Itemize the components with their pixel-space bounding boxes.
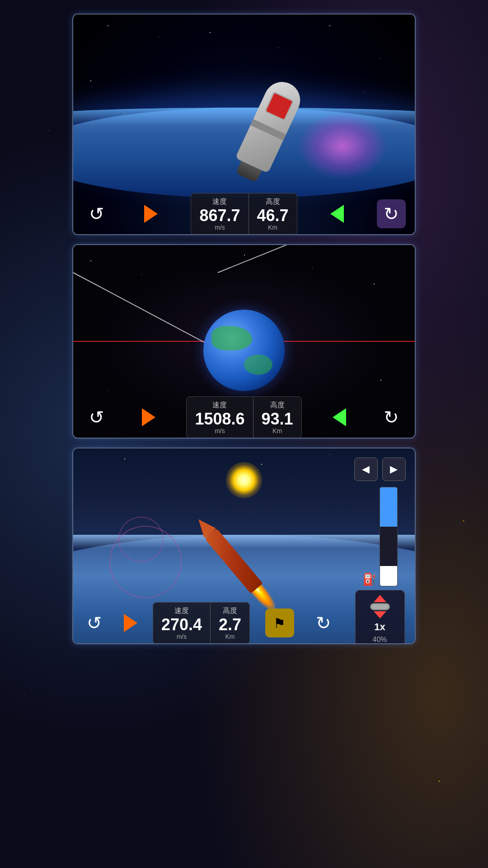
speed-value-1: 867.7: [199, 208, 240, 224]
waypoint-icon: ⚑: [273, 615, 286, 631]
altitude-box-1: 高度 46.7 Km: [249, 193, 297, 235]
altitude-value-1: 46.7: [257, 208, 289, 224]
altitude-label-3: 高度: [219, 606, 241, 616]
controls-bar-1: ↺ 速度 867.7 m/s 高度 46.7 Km: [73, 193, 415, 234]
camera-icon-2: ↻: [384, 407, 399, 428]
panel-2-bg: ↺ 速度 1508.6 m/s 高度 93.1 Km: [73, 245, 415, 438]
fuel-bar-white: [380, 566, 397, 586]
camera-icon-3: ↻: [316, 613, 331, 633]
camera-button-1[interactable]: ↻: [377, 199, 406, 228]
reset-button-3[interactable]: ↺: [80, 609, 109, 637]
green-arrow-1[interactable]: [330, 205, 344, 223]
panel-3: ◀ ▶ ⛽: [72, 448, 416, 644]
reset-icon-2: ↺: [89, 407, 104, 428]
waypoint-button[interactable]: ⚑: [265, 609, 294, 637]
reset-icon-1: ↺: [89, 203, 104, 224]
reset-button-1[interactable]: ↺: [82, 199, 111, 228]
throttle-down-button[interactable]: [374, 611, 386, 618]
altitude-label-2: 高度: [262, 401, 293, 410]
altitude-value-3: 2.7: [219, 617, 241, 633]
speed-label-2: 速度: [195, 401, 244, 410]
fuel-icon: ⛽: [362, 572, 377, 586]
controls-bar-2: ↺ 速度 1508.6 m/s 高度 93.1 Km: [73, 397, 415, 438]
controls-bar-3: ↺ 速度 270.4 m/s 高度 2.7 Km: [73, 603, 345, 643]
throttle-label: 1x: [374, 621, 385, 633]
thrust-glow: [297, 112, 388, 180]
nav-right-icon: ▶: [390, 463, 398, 475]
fuel-bar-container: [380, 487, 398, 586]
orange-arrow-1[interactable]: [144, 205, 158, 223]
nav-left-icon: ◀: [362, 463, 370, 475]
altitude-label-1: 高度: [257, 197, 289, 207]
speed-unit-2: m/s: [195, 427, 244, 434]
orange-arrow-3[interactable]: [124, 614, 137, 632]
main-container: ↺ 速度 867.7 m/s 高度 46.7 Km: [0, 0, 488, 868]
panel-2: ↺ 速度 1508.6 m/s 高度 93.1 Km: [72, 244, 416, 439]
throttle-up-button[interactable]: [374, 595, 386, 602]
speed-box-1: 速度 867.7 m/s: [191, 193, 248, 235]
joystick-ring-inner: [118, 517, 164, 562]
altitude-value-2: 93.1: [262, 411, 293, 427]
throttle-arrows: [370, 595, 390, 618]
camera-button-2[interactable]: ↻: [377, 403, 406, 432]
speed-box-2: 速度 1508.6 m/s: [187, 397, 253, 438]
reset-icon-3: ↺: [87, 613, 102, 633]
throttle-control: 1x 40%: [355, 590, 405, 643]
nav-right-button[interactable]: ▶: [382, 458, 406, 481]
fuel-bar-blue: [380, 487, 397, 527]
speed-label-3: 速度: [161, 606, 202, 616]
camera-button-3[interactable]: ↻: [309, 609, 338, 637]
altitude-unit-2: Km: [262, 427, 293, 434]
top-nav-arrows: ◀ ▶: [354, 458, 406, 481]
speed-value-2: 1508.6: [195, 411, 244, 427]
throttle-pct: 40%: [372, 636, 387, 643]
nav-left-button[interactable]: ◀: [354, 458, 378, 481]
speed-altitude-display-2: 速度 1508.6 m/s 高度 93.1 Km: [186, 396, 301, 438]
earth-globe: [203, 310, 285, 391]
panel-1-bg: ↺ 速度 867.7 m/s 高度 46.7 Km: [73, 14, 415, 234]
camera-icon-1: ↻: [384, 203, 399, 224]
reset-button-2[interactable]: ↺: [82, 403, 111, 432]
speed-unit-3: m/s: [161, 633, 202, 640]
speed-label-1: 速度: [199, 197, 240, 207]
speed-altitude-display-3: 速度 270.4 m/s 高度 2.7 Km: [153, 602, 250, 644]
orange-arrow-2[interactable]: [142, 408, 155, 426]
altitude-unit-1: Km: [257, 224, 289, 231]
panel-1: ↺ 速度 867.7 m/s 高度 46.7 Km: [72, 14, 416, 235]
speed-altitude-display-1: 速度 867.7 m/s 高度 46.7 Km: [191, 193, 297, 235]
altitude-unit-3: Km: [219, 633, 241, 640]
right-controls-panel-3: ◀ ▶ ⛽: [345, 453, 415, 638]
altitude-box-2: 高度 93.1 Km: [253, 397, 301, 438]
sun: [226, 462, 262, 498]
fuel-indicator: ⛽: [362, 487, 398, 586]
speed-value-3: 270.4: [161, 617, 202, 633]
speed-box-3: 速度 270.4 m/s: [153, 603, 210, 644]
speed-unit-1: m/s: [199, 224, 240, 231]
panel-3-bg: ◀ ▶ ⛽: [73, 448, 415, 643]
green-arrow-2[interactable]: [333, 408, 346, 426]
altitude-box-3: 高度 2.7 Km: [210, 603, 249, 644]
throttle-disk: [370, 603, 390, 610]
